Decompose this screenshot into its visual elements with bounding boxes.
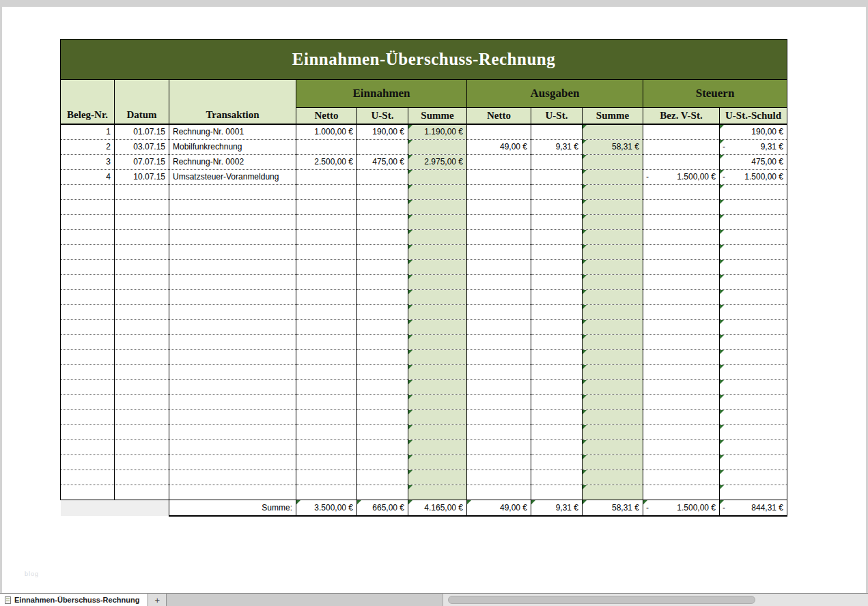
cell-nr[interactable] xyxy=(61,214,115,229)
cell-a_netto[interactable] xyxy=(467,454,531,470)
cell-nr[interactable] xyxy=(61,409,115,424)
cell-e_netto[interactable] xyxy=(296,304,357,319)
cell-e_ust[interactable] xyxy=(357,424,408,439)
cell-e_ust[interactable] xyxy=(357,259,408,274)
cell-e_summe[interactable] xyxy=(408,349,467,364)
cell-bez_vst[interactable] xyxy=(643,124,720,140)
cell-e_netto[interactable] xyxy=(296,439,357,454)
cell-e_ust[interactable] xyxy=(357,304,408,319)
cell-datum[interactable] xyxy=(115,379,169,394)
header-transaktion[interactable]: Transaktion xyxy=(169,80,296,124)
cell-bez_vst[interactable] xyxy=(643,214,720,229)
cell-bez_vst[interactable] xyxy=(643,289,720,304)
cell-a_ust[interactable] xyxy=(531,259,583,274)
cell-a_ust[interactable] xyxy=(531,424,583,439)
add-sheet-tab[interactable]: + xyxy=(148,594,167,606)
cell-a_summe[interactable] xyxy=(583,485,643,500)
cell-e_ust[interactable] xyxy=(357,334,408,349)
summary-label[interactable]: Summe: xyxy=(169,500,296,516)
cell-e_ust[interactable] xyxy=(357,319,408,334)
cell-bez_vst[interactable] xyxy=(643,424,720,439)
cell-transaktion[interactable] xyxy=(169,485,296,500)
cell-a_summe[interactable] xyxy=(583,349,643,364)
cell-bez_vst[interactable] xyxy=(643,184,720,199)
header-beleg-nr[interactable]: Beleg-Nr. xyxy=(61,80,115,124)
cell-transaktion[interactable] xyxy=(169,364,296,379)
cell-datum[interactable] xyxy=(115,349,169,364)
cell-datum[interactable] xyxy=(115,289,169,304)
cell-datum[interactable] xyxy=(115,274,169,289)
cell-e_netto[interactable] xyxy=(296,244,357,259)
subheader-bez-vst[interactable]: Bez. V-St. xyxy=(643,108,720,124)
cell-e_summe[interactable] xyxy=(408,424,467,439)
cell-bez_vst[interactable] xyxy=(643,439,720,454)
cell-e_netto[interactable] xyxy=(296,349,357,364)
subheader-ausgaben-summe[interactable]: Summe xyxy=(583,108,643,124)
cell-transaktion[interactable]: Mobilfunkrechnung xyxy=(169,139,296,154)
cell-a_summe[interactable] xyxy=(583,154,643,169)
cell-a_summe[interactable] xyxy=(583,289,643,304)
cell-ust_schuld[interactable] xyxy=(720,319,787,334)
summary-a_summe[interactable]: 58,31 € xyxy=(583,500,643,516)
cell-bez_vst[interactable] xyxy=(643,349,720,364)
summary-a_netto[interactable]: 49,00 € xyxy=(467,500,531,516)
cell-datum[interactable] xyxy=(115,304,169,319)
cell-a_summe[interactable] xyxy=(583,214,643,229)
cell-a_summe[interactable] xyxy=(583,379,643,394)
cell-ust_schuld[interactable] xyxy=(720,379,787,394)
cell-e_netto[interactable] xyxy=(296,454,357,470)
cell-e_ust[interactable] xyxy=(357,244,408,259)
cell-a_netto[interactable] xyxy=(467,319,531,334)
cell-e_netto[interactable] xyxy=(296,214,357,229)
cell-e_ust[interactable] xyxy=(357,485,408,500)
scrollbar-thumb[interactable] xyxy=(448,596,755,604)
cell-e_summe[interactable] xyxy=(408,319,467,334)
cell-datum[interactable] xyxy=(115,229,169,244)
cell-a_netto[interactable] xyxy=(467,304,531,319)
cell-bez_vst[interactable]: -1.500,00 € xyxy=(643,169,720,184)
cell-e_ust[interactable] xyxy=(357,379,408,394)
cell-e_summe[interactable] xyxy=(408,439,467,454)
cell-e_summe[interactable] xyxy=(408,394,467,409)
cell-a_netto[interactable] xyxy=(467,409,531,424)
cell-bez_vst[interactable] xyxy=(643,244,720,259)
cell-a_ust[interactable] xyxy=(531,439,583,454)
cell-e_ust[interactable] xyxy=(357,394,408,409)
cell-transaktion[interactable]: Rechnung-Nr. 0001 xyxy=(169,124,296,140)
cell-a_netto[interactable] xyxy=(467,199,531,214)
cell-a_netto[interactable] xyxy=(467,229,531,244)
cell-datum[interactable]: 07.07.15 xyxy=(115,154,169,169)
cell-ust_schuld[interactable]: -9,31 € xyxy=(720,139,787,154)
cell-a_ust[interactable] xyxy=(531,454,583,470)
cell-e_summe[interactable] xyxy=(408,379,467,394)
cell-a_ust[interactable] xyxy=(531,124,583,140)
cell-datum[interactable] xyxy=(115,244,169,259)
cell-a_summe[interactable] xyxy=(583,274,643,289)
cell-e_netto[interactable] xyxy=(296,199,357,214)
cell-transaktion[interactable] xyxy=(169,304,296,319)
cell-e_netto[interactable] xyxy=(296,424,357,439)
cell-bez_vst[interactable] xyxy=(643,334,720,349)
cell-ust_schuld[interactable] xyxy=(720,289,787,304)
subheader-einnahmen-netto[interactable]: Netto xyxy=(296,108,357,124)
cell-transaktion[interactable]: Rechnung-Nr. 0002 xyxy=(169,154,296,169)
cell-ust_schuld[interactable] xyxy=(720,439,787,454)
cell-e_ust[interactable] xyxy=(357,454,408,470)
cell-e_netto[interactable] xyxy=(296,334,357,349)
cell-e_ust[interactable] xyxy=(357,349,408,364)
group-header-ausgaben[interactable]: Ausgaben xyxy=(467,80,643,108)
cell-nr[interactable] xyxy=(61,454,115,470)
cell-e_netto[interactable] xyxy=(296,379,357,394)
cell-e_ust[interactable] xyxy=(357,139,408,154)
cell-transaktion[interactable] xyxy=(169,394,296,409)
cell-a_summe[interactable]: 58,31 € xyxy=(583,139,643,154)
summary-a_ust[interactable]: 9,31 € xyxy=(531,500,583,516)
cell-nr[interactable]: 2 xyxy=(61,139,115,154)
cell-ust_schuld[interactable] xyxy=(720,259,787,274)
cell-a_summe[interactable] xyxy=(583,319,643,334)
cell-e_netto[interactable] xyxy=(296,274,357,289)
cell-bez_vst[interactable] xyxy=(643,379,720,394)
cell-bez_vst[interactable] xyxy=(643,154,720,169)
cell-e_netto[interactable] xyxy=(296,394,357,409)
cell-e_netto[interactable] xyxy=(296,485,357,500)
